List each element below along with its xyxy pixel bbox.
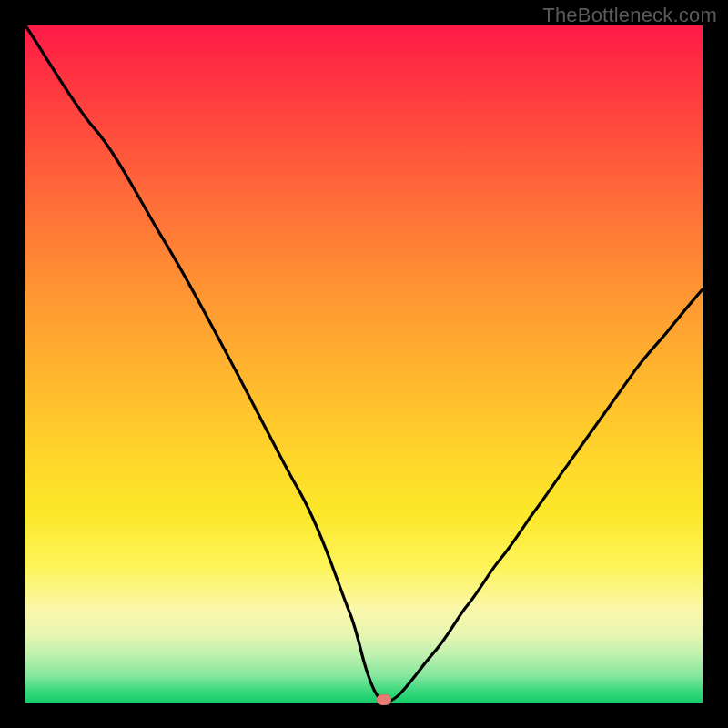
bottleneck-curve bbox=[25, 25, 703, 703]
watermark-text: TheBottleneck.com bbox=[542, 4, 717, 27]
chart-canvas: TheBottleneck.com bbox=[0, 0, 728, 728]
curve-path bbox=[25, 25, 703, 703]
plot-area bbox=[25, 25, 703, 703]
minimum-marker bbox=[377, 694, 391, 705]
